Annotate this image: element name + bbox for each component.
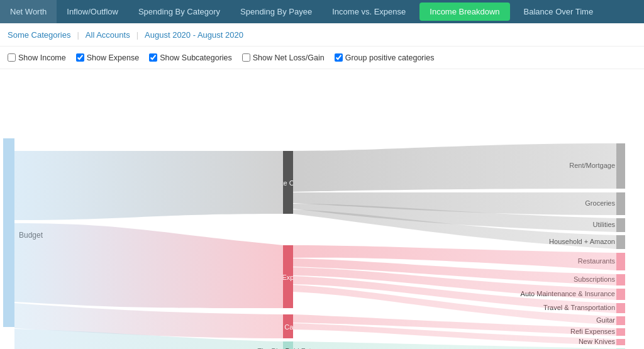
node-guitar[interactable] — [616, 316, 625, 325]
flow-imm-rent — [293, 143, 616, 192]
group-positive-checkbox[interactable] — [335, 53, 343, 62]
filterbar: Show Income Show Expense Show Subcategor… — [0, 47, 644, 69]
node-household[interactable] — [616, 235, 625, 249]
filter-group-positive[interactable]: Group positive categories — [335, 53, 435, 62]
nav-item-income-breakdown[interactable]: Income Breakdown — [419, 3, 509, 21]
show-subcategories-label: Show Subcategories — [160, 53, 232, 62]
filter-all-accounts[interactable]: All Accounts — [86, 30, 130, 40]
sankey-chart: Budget Immediate Obligations True Expens… — [0, 69, 644, 349]
flow-budget-true — [14, 223, 283, 308]
filter-date-range[interactable]: August 2020 - August 2020 — [145, 30, 243, 40]
node-restaurants[interactable] — [616, 253, 625, 270]
filter-show-subcategories[interactable]: Show Subcategories — [149, 53, 232, 62]
node-knives[interactable] — [616, 339, 625, 345]
filter-show-income[interactable]: Show Income — [8, 53, 66, 62]
group-positive-label: Group positive categories — [345, 53, 435, 62]
show-expense-checkbox[interactable] — [76, 53, 84, 62]
nav-item-income-expense[interactable]: Income vs. Expense — [322, 0, 416, 23]
node-travel[interactable] — [616, 303, 625, 313]
subbar: Some Categories | All Accounts | August … — [0, 23, 644, 47]
flow-budget-immediate — [14, 151, 283, 220]
node-budget[interactable] — [3, 138, 14, 327]
show-subcategories-checkbox[interactable] — [149, 53, 157, 62]
filter-show-expense[interactable]: Show Expense — [76, 53, 139, 62]
chart-area: Budget Immediate Obligations True Expens… — [0, 69, 644, 349]
filter-show-net-loss[interactable]: Show Net Loss/Gain — [242, 53, 325, 62]
node-subscriptions[interactable] — [616, 274, 625, 285]
show-net-loss-label: Show Net Loss/Gain — [253, 53, 325, 62]
filter-some-categories[interactable]: Some Categories — [8, 30, 70, 40]
node-utilities[interactable] — [616, 218, 625, 232]
show-net-loss-checkbox[interactable] — [242, 53, 250, 62]
node-refi[interactable] — [616, 328, 625, 336]
nav-item-networth[interactable]: Net Worth — [0, 0, 57, 23]
nav-item-balance[interactable]: Balance Over Time — [514, 0, 604, 23]
nav-item-spending-payee[interactable]: Spending By Payee — [230, 0, 322, 23]
main-nav: Net Worth Inflow/Outflow Spending By Cat… — [0, 0, 644, 23]
nav-item-spending-category[interactable]: Spending By Category — [128, 0, 230, 23]
node-auto[interactable] — [616, 289, 625, 300]
show-income-label: Show Income — [18, 53, 66, 62]
show-income-checkbox[interactable] — [8, 53, 16, 62]
node-rent[interactable] — [616, 143, 625, 189]
show-expense-label: Show Expense — [87, 53, 139, 62]
nav-item-inflow[interactable]: Inflow/Outflow — [57, 0, 128, 23]
node-groceries[interactable] — [616, 192, 625, 215]
